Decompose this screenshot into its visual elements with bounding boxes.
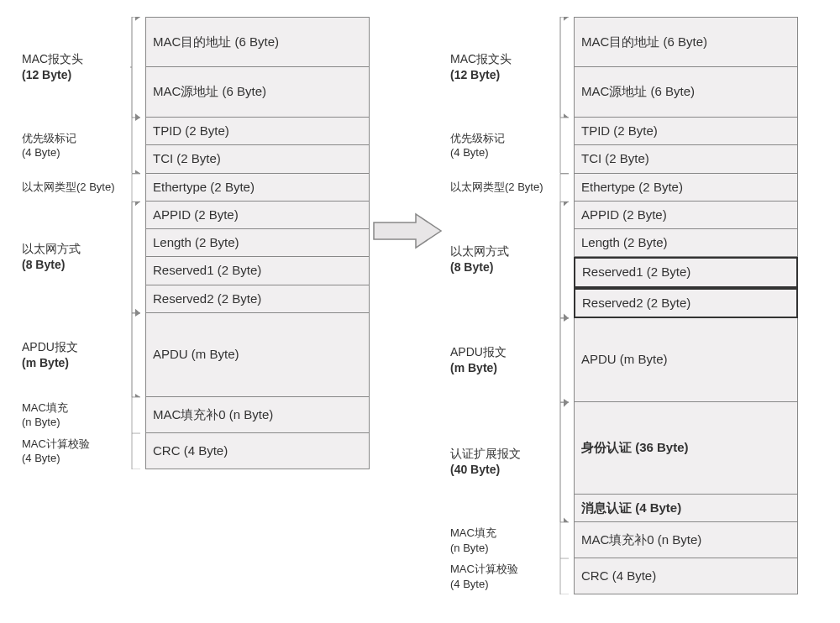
label-line2: (12 Byte): [450, 67, 554, 83]
bracket: [130, 433, 145, 469]
field-cell: Reserved2 (2 Byte): [145, 285, 370, 313]
section-label: MAC填充 (n Byte): [17, 397, 130, 433]
arrow-right-icon: [370, 210, 445, 252]
field-cell: MAC源地址 (6 Byte): [145, 67, 370, 118]
label-line2: (8 Byte): [22, 257, 125, 273]
label-line1: 以太网方式: [450, 243, 554, 259]
field-cell: Ethertype (2 Byte): [574, 174, 798, 202]
field-cell-highlight: Reserved2 (2 Byte): [574, 288, 798, 318]
section-label: MAC报文头 (12 Byte): [17, 17, 130, 118]
label-line1: MAC报文头: [450, 51, 554, 67]
right-sec-1: 优先级标记 (4 Byte) TPID (2 Byte) TCI (2 Byte…: [445, 118, 798, 174]
bracket: [559, 402, 574, 522]
section-label: APDU报文 (m Byte): [445, 318, 559, 402]
section-label: 以太网方式 (8 Byte): [445, 202, 559, 318]
label-line1: MAC计算校验: [22, 437, 125, 452]
section-label: 以太网类型(2 Byte): [17, 174, 130, 202]
bracket: [559, 174, 574, 202]
section-label: 认证扩展报文 (40 Byte): [445, 402, 559, 522]
section-label: 优先级标记 (4 Byte): [17, 118, 130, 174]
right-sec-0: MAC报文头 (12 Byte) MAC目的地址 (6 Byte) MAC源地址…: [445, 17, 798, 118]
label-line1: 以太网类型(2 Byte): [450, 180, 554, 195]
section-label: 以太网类型(2 Byte): [445, 174, 559, 202]
label-line2: (40 Byte): [450, 462, 554, 478]
section-label: MAC计算校验 (4 Byte): [445, 558, 559, 594]
bracket: [559, 202, 574, 318]
right-sec-2: 以太网类型(2 Byte) Ethertype (2 Byte): [445, 174, 798, 202]
field-cell: TCI (2 Byte): [574, 145, 798, 173]
label-line2: (4 Byte): [450, 145, 554, 160]
label-line1: 认证扩展报文: [450, 446, 554, 462]
left-sec-1: 优先级标记 (4 Byte) TPID (2 Byte) TCI (2 Byte…: [17, 118, 370, 174]
label-line2: (m Byte): [450, 360, 554, 376]
section-label: 以太网方式 (8 Byte): [17, 202, 130, 313]
label-line2: (4 Byte): [450, 577, 554, 592]
right-sec-7: MAC计算校验 (4 Byte) CRC (4 Byte): [445, 558, 798, 594]
label-line1: 以太网类型(2 Byte): [22, 180, 125, 195]
left-sec-0: MAC报文头 (12 Byte) MAC目的地址 (6 Byte) MAC源地址…: [17, 17, 370, 118]
field-cell: APPID (2 Byte): [145, 202, 370, 229]
label-line2: (12 Byte): [22, 67, 125, 83]
left-sec-5: MAC填充 (n Byte) MAC填充补0 (n Byte): [17, 397, 370, 433]
label-line2: (n Byte): [450, 541, 554, 556]
field-cell: MAC目的地址 (6 Byte): [574, 17, 798, 67]
bracket: [130, 174, 145, 202]
left-packet-column: MAC报文头 (12 Byte) MAC目的地址 (6 Byte) MAC源地址…: [17, 17, 370, 469]
label-line1: APDU报文: [450, 344, 554, 360]
left-sec-3: 以太网方式 (8 Byte) APPID (2 Byte) Length (2 …: [17, 202, 370, 313]
field-cell: Length (2 Byte): [574, 229, 798, 257]
left-sec-4: APDU报文 (m Byte) APDU (m Byte): [17, 313, 370, 397]
bracket: [559, 17, 574, 118]
field-cell: CRC (4 Byte): [145, 433, 370, 469]
field-cell: TPID (2 Byte): [574, 118, 798, 145]
label-line1: 优先级标记: [22, 131, 125, 146]
section-label: MAC报文头 (12 Byte): [445, 17, 559, 118]
field-cell-auth: 身份认证 (36 Byte): [574, 402, 798, 495]
section-label: MAC填充 (n Byte): [445, 522, 559, 558]
right-sec-6: MAC填充 (n Byte) MAC填充补0 (n Byte): [445, 522, 798, 558]
field-cell: Ethertype (2 Byte): [145, 174, 370, 202]
label-line1: MAC填充: [22, 400, 125, 416]
right-packet-column: MAC报文头 (12 Byte) MAC目的地址 (6 Byte) MAC源地址…: [445, 17, 798, 594]
bracket: [130, 118, 145, 174]
right-sec-4: APDU报文 (m Byte) APDU (m Byte): [445, 318, 798, 402]
label-line1: MAC报文头: [22, 51, 125, 67]
field-cell: APPID (2 Byte): [574, 202, 798, 229]
bracket: [130, 202, 145, 313]
bracket: [559, 118, 574, 174]
label-line2: (8 Byte): [450, 259, 554, 275]
bracket: [559, 558, 574, 594]
field-cell: TCI (2 Byte): [145, 145, 370, 173]
field-cell: APDU (m Byte): [574, 318, 798, 402]
label-line2: (n Byte): [22, 415, 125, 430]
section-label: 优先级标记 (4 Byte): [445, 118, 559, 174]
field-cell: TPID (2 Byte): [145, 118, 370, 145]
field-cell: MAC填充补0 (n Byte): [574, 522, 798, 558]
left-sec-2: 以太网类型(2 Byte) Ethertype (2 Byte): [17, 174, 370, 202]
label-line1: 以太网方式: [22, 241, 125, 257]
field-cell: CRC (4 Byte): [574, 558, 798, 594]
label-line1: APDU报文: [22, 339, 125, 355]
field-cell: Length (2 Byte): [145, 229, 370, 257]
section-label: MAC计算校验 (4 Byte): [17, 433, 130, 469]
label-line2: (m Byte): [22, 355, 125, 371]
transform-arrow: [370, 17, 445, 252]
field-cell-auth: 消息认证 (4 Byte): [574, 495, 798, 522]
field-cell: MAC填充补0 (n Byte): [145, 397, 370, 433]
field-cell: APDU (m Byte): [145, 313, 370, 397]
section-label: APDU报文 (m Byte): [17, 313, 130, 397]
label-line1: MAC计算校验: [450, 562, 554, 577]
bracket: [130, 313, 145, 397]
field-cell-highlight: Reserved1 (2 Byte): [574, 257, 798, 287]
label-line2: (4 Byte): [22, 451, 125, 466]
diagram-root: MAC报文头 (12 Byte) MAC目的地址 (6 Byte) MAC源地址…: [17, 17, 823, 594]
left-sec-6: MAC计算校验 (4 Byte) CRC (4 Byte): [17, 433, 370, 469]
label-line2: (4 Byte): [22, 145, 125, 160]
bracket: [130, 397, 145, 433]
right-sec-5: 认证扩展报文 (40 Byte) 身份认证 (36 Byte) 消息认证 (4 …: [445, 402, 798, 522]
right-sec-3: 以太网方式 (8 Byte) APPID (2 Byte) Length (2 …: [445, 202, 798, 318]
bracket: [130, 17, 145, 118]
field-cell: MAC目的地址 (6 Byte): [145, 17, 370, 67]
bracket: [559, 318, 574, 402]
label-line1: 优先级标记: [450, 131, 554, 146]
